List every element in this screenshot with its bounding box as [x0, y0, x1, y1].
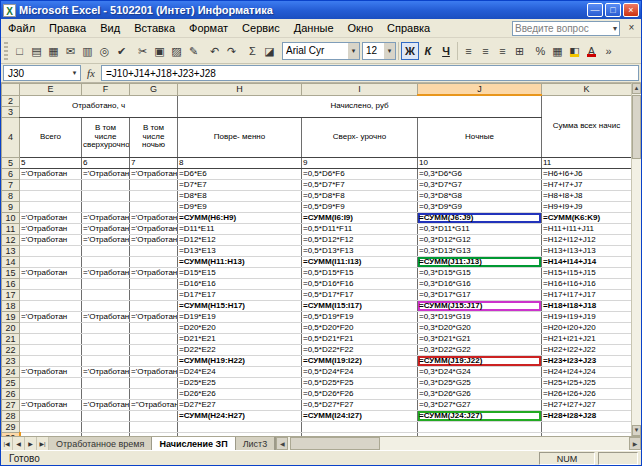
- cell-G28[interactable]: [130, 410, 178, 421]
- cell-K22[interactable]: =H22+I22+J22: [542, 344, 632, 355]
- cell-E22[interactable]: [20, 344, 82, 355]
- font-color-icon[interactable]: А: [583, 42, 600, 60]
- cell-J23[interactable]: =СУММ(J19:J22): [418, 355, 542, 366]
- cell-F25[interactable]: [82, 377, 130, 388]
- cell-E9[interactable]: [20, 201, 82, 212]
- cell-K23[interactable]: =H23+I23+J23: [542, 355, 632, 366]
- cell-K19[interactable]: =H19+I19+J19: [542, 311, 632, 322]
- horizontal-scroll-thumb[interactable]: [290, 437, 380, 450]
- cell-E14[interactable]: [20, 256, 82, 267]
- cell-I7[interactable]: =0,5*D7*F7: [302, 179, 418, 190]
- spelling-icon[interactable]: ✔: [113, 42, 130, 60]
- cell-H13[interactable]: =D13*E13: [178, 245, 302, 256]
- cell-F23[interactable]: [82, 355, 130, 366]
- cell-J25[interactable]: =0,3*D25*G25: [418, 377, 542, 388]
- cell-H29[interactable]: [178, 421, 302, 432]
- row-header-21[interactable]: 21: [2, 333, 20, 344]
- cell-F19[interactable]: ='Отработан: [82, 311, 130, 322]
- menu-item-data[interactable]: Данные: [287, 20, 341, 36]
- cell-G16[interactable]: [130, 278, 178, 289]
- cell-E27[interactable]: ='Отработан: [20, 399, 82, 410]
- cell-E13[interactable]: [20, 245, 82, 256]
- cell-F29[interactable]: [82, 421, 130, 432]
- cell-G15[interactable]: ='Отработан: [130, 267, 178, 278]
- row-header-17[interactable]: 17: [2, 289, 20, 300]
- cell-J30[interactable]: =J10+J14+J18+J23+J28: [418, 432, 542, 436]
- autosum-icon[interactable]: Σ: [244, 42, 261, 60]
- cell-K26[interactable]: =H26+I26+J26: [542, 388, 632, 399]
- sheet-tab-3[interactable]: Лист3: [236, 437, 276, 450]
- cell-K25[interactable]: =H25+I25+J25: [542, 377, 632, 388]
- cell-I26[interactable]: =0,5*D26*F26: [302, 388, 418, 399]
- column-header-G[interactable]: G: [130, 84, 178, 96]
- cell-I9[interactable]: =0,5*D9*F9: [302, 201, 418, 212]
- cell-H21[interactable]: =D21*E21: [178, 333, 302, 344]
- row-header-11[interactable]: 11: [2, 223, 20, 234]
- cell-E15[interactable]: ='Отработан: [20, 267, 82, 278]
- cell-F5[interactable]: 6: [82, 157, 130, 168]
- cell-I23[interactable]: =СУММ(I19:I22): [302, 355, 418, 366]
- cell-J19[interactable]: =0,3*D19*G19: [418, 311, 542, 322]
- cell-F12[interactable]: ='Отработан: [82, 234, 130, 245]
- cell-H15[interactable]: =D15*E15: [178, 267, 302, 278]
- cell-I30[interactable]: =I10+I14+I18+I23+I28: [302, 432, 418, 436]
- column-header-H[interactable]: H: [178, 84, 302, 96]
- chevron-down-icon[interactable]: ▾: [384, 43, 395, 59]
- tab-first-icon[interactable]: |◀: [1, 437, 13, 450]
- cell-F24[interactable]: ='Отработан: [82, 366, 130, 377]
- row-header-4[interactable]: 4: [2, 117, 20, 157]
- cell-G8[interactable]: [130, 190, 178, 201]
- cell-G29[interactable]: [130, 421, 178, 432]
- cell-E7[interactable]: [20, 179, 82, 190]
- cell-J22[interactable]: =0,3*D22*G22: [418, 344, 542, 355]
- cell-G14[interactable]: [130, 256, 178, 267]
- cell-H11[interactable]: =D11*E11: [178, 223, 302, 234]
- cell-I8[interactable]: =0,5*D8*F8: [302, 190, 418, 201]
- cell-J6[interactable]: =0,3*D6*G6: [418, 168, 542, 179]
- cell-G22[interactable]: [130, 344, 178, 355]
- bold-button[interactable]: Ж: [401, 42, 419, 60]
- cell-F10[interactable]: ='Отработан: [82, 212, 130, 223]
- cell-E17[interactable]: [20, 289, 82, 300]
- cell-J27[interactable]: =0,3*D27*G27: [418, 399, 542, 410]
- header-cell[interactable]: Отработано, ч: [20, 95, 178, 117]
- cell-E21[interactable]: [20, 333, 82, 344]
- chart-wizard-icon[interactable]: ◪: [261, 42, 278, 60]
- column-header-I[interactable]: I: [302, 84, 418, 96]
- cell-H30[interactable]: =H10+H14+H18+H23+H28: [178, 432, 302, 436]
- header-cell[interactable]: Начислено, руб: [178, 95, 542, 117]
- cell-F28[interactable]: [82, 410, 130, 421]
- cell-G9[interactable]: [130, 201, 178, 212]
- cell-J10[interactable]: =СУММ(J6:J9): [418, 212, 542, 223]
- formula-input[interactable]: =J10+J14+J18+J23+J28: [101, 65, 639, 81]
- cell-F13[interactable]: [82, 245, 130, 256]
- cell-J29[interactable]: [418, 421, 542, 432]
- tab-prev-icon[interactable]: ◀: [13, 437, 25, 450]
- cell-I13[interactable]: =0,5*D13*F13: [302, 245, 418, 256]
- cell-I6[interactable]: =0,5*D6*F6: [302, 168, 418, 179]
- new-workbook-icon[interactable]: □: [11, 42, 28, 60]
- cell-K24[interactable]: =H24+I24+J24: [542, 366, 632, 377]
- cell-I18[interactable]: =СУММ(I15:I17): [302, 300, 418, 311]
- cell-G27[interactable]: ="Отработан: [130, 399, 178, 410]
- sheet-tab-2[interactable]: Начисление ЗП: [152, 437, 235, 450]
- cell-E6[interactable]: ='Отработан: [20, 168, 82, 179]
- print-icon[interactable]: ▥: [79, 42, 96, 60]
- select-all-corner[interactable]: [2, 84, 20, 96]
- cell-E12[interactable]: ='Отработан: [20, 234, 82, 245]
- cell-J20[interactable]: =0,3*D20*G20: [418, 322, 542, 333]
- cell-J11[interactable]: =0,3*D11*G11: [418, 223, 542, 234]
- cell-I25[interactable]: =0,5*D25*F25: [302, 377, 418, 388]
- cell-H8[interactable]: =D8*E8: [178, 190, 302, 201]
- row-header-24[interactable]: 24: [2, 366, 20, 377]
- cell-K8[interactable]: =H8+I8+J8: [542, 190, 632, 201]
- cell-F6[interactable]: ='Отработан: [82, 168, 130, 179]
- tab-last-icon[interactable]: ▶|: [37, 437, 49, 450]
- header-cell[interactable]: В том числе ночью: [130, 117, 178, 157]
- ask-question-input[interactable]: Введите вопрос ▾: [512, 21, 620, 36]
- cell-J24[interactable]: =0,3*D24*G24: [418, 366, 542, 377]
- cell-G13[interactable]: [130, 245, 178, 256]
- cell-F17[interactable]: [82, 289, 130, 300]
- cell-H17[interactable]: =D17*E17: [178, 289, 302, 300]
- cell-E11[interactable]: ='Отработан: [20, 223, 82, 234]
